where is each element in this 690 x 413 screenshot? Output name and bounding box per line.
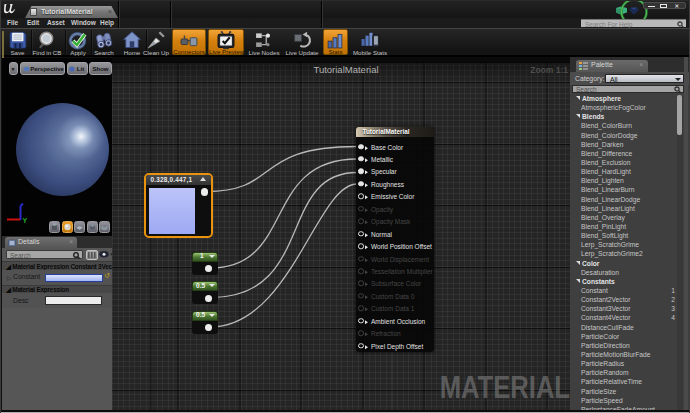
svg-text:Y: Y (23, 217, 28, 224)
